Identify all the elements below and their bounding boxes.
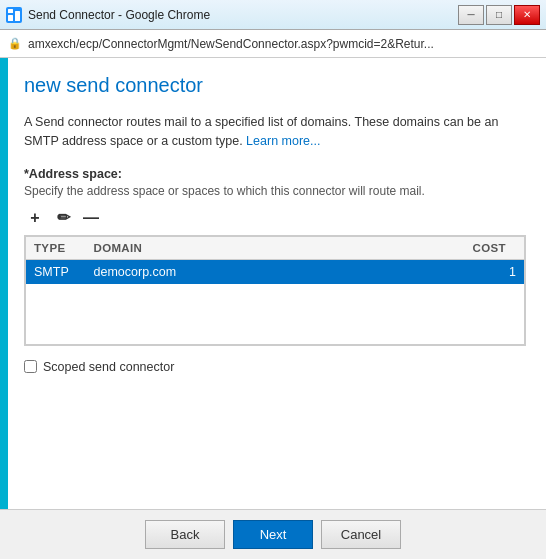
cell-domain: democorp.com xyxy=(86,260,465,285)
window-controls: ─ □ ✕ xyxy=(458,5,540,25)
col-header-type: TYPE xyxy=(26,237,86,260)
scoped-connector-label: Scoped send connector xyxy=(43,360,174,374)
page-title: new send connector xyxy=(24,74,526,97)
cancel-button[interactable]: Cancel xyxy=(321,520,401,549)
table-header-row: TYPE DOMAIN COST xyxy=(26,237,525,260)
svg-rect-1 xyxy=(8,15,13,21)
svg-rect-3 xyxy=(8,9,13,13)
minimize-button[interactable]: ─ xyxy=(458,5,484,25)
close-button[interactable]: ✕ xyxy=(514,5,540,25)
scoped-connector-checkbox[interactable] xyxy=(24,360,37,373)
url-text: amxexch/ecp/ConnectorMgmt/NewSendConnect… xyxy=(28,37,434,51)
scoped-connector-row: Scoped send connector xyxy=(24,360,526,374)
learn-more-link[interactable]: Learn more... xyxy=(246,134,320,148)
address-toolbar: + ✏ — xyxy=(24,207,526,229)
section-label: *Address space: xyxy=(24,167,526,181)
section-sublabel: Specify the address space or spaces to w… xyxy=(24,183,526,200)
lock-icon: 🔒 xyxy=(8,37,22,50)
table-empty-row-2 xyxy=(26,304,525,324)
table-empty-row-3 xyxy=(26,324,525,344)
restore-button[interactable]: □ xyxy=(486,5,512,25)
next-button[interactable]: Next xyxy=(233,520,313,549)
description-text: A Send connector routes mail to a specif… xyxy=(24,113,526,151)
svg-rect-2 xyxy=(15,11,20,21)
col-header-cost: COST xyxy=(465,237,525,260)
address-table: TYPE DOMAIN COST SMTP xyxy=(25,236,525,345)
page-wrapper: new send connector A Send connector rout… xyxy=(0,58,546,509)
footer: Back Next Cancel xyxy=(0,509,546,559)
col-header-domain: DOMAIN xyxy=(86,237,465,260)
page-content: new send connector A Send connector rout… xyxy=(8,58,546,509)
address-table-container: TYPE DOMAIN COST SMTP xyxy=(24,235,526,346)
title-bar: Send Connector - Google Chrome ─ □ ✕ xyxy=(0,0,546,30)
table-header: TYPE DOMAIN COST xyxy=(26,237,525,260)
add-button[interactable]: + xyxy=(24,207,46,229)
cell-cost: 1 xyxy=(465,260,525,285)
content-area: new send connector A Send connector rout… xyxy=(0,58,546,559)
cyan-bar xyxy=(0,58,8,509)
window-title: Send Connector - Google Chrome xyxy=(28,8,210,22)
table-body: SMTP democorp.com 1 xyxy=(26,260,525,345)
table-row[interactable]: SMTP democorp.com 1 xyxy=(26,260,525,285)
edit-button[interactable]: ✏ xyxy=(52,207,74,229)
table-empty-row-1 xyxy=(26,284,525,304)
window-icon xyxy=(6,7,22,23)
back-button[interactable]: Back xyxy=(145,520,225,549)
remove-button[interactable]: — xyxy=(80,207,102,229)
cell-type: SMTP xyxy=(26,260,86,285)
address-bar: 🔒 amxexch/ecp/ConnectorMgmt/NewSendConne… xyxy=(0,30,546,58)
